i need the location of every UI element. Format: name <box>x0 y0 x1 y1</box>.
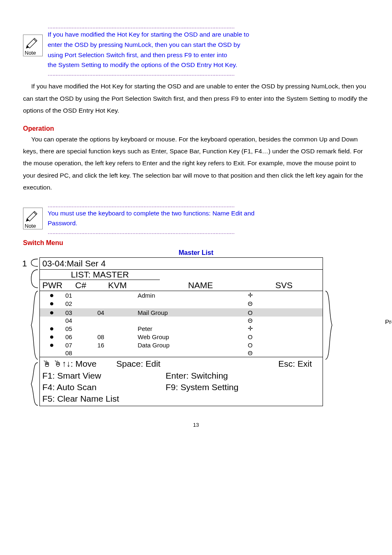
cell-svs: Ο <box>246 333 323 341</box>
brace-bot <box>30 362 39 406</box>
hint-f1: F1: Smart View <box>42 370 166 382</box>
cell-pwr: ● <box>40 333 64 341</box>
note1-l2: enter the OSD by pressing NumLock, then … <box>48 40 369 50</box>
switch-menu-heading: Switch Menu <box>23 239 369 247</box>
hint-f4: F4: Auto Scan <box>42 382 166 393</box>
note1-l3: using Port Selection Switch first, and t… <box>48 50 369 60</box>
page-number: 13 <box>23 422 369 428</box>
cell-cnum: 03 <box>64 308 96 317</box>
cell-svs: ✛ <box>246 324 323 333</box>
col-svs: SVS <box>248 280 320 290</box>
cell-pwr: ● <box>40 291 64 299</box>
table-row[interactable]: ●02Θ <box>40 299 323 308</box>
table-row[interactable]: ●05Peter✛ <box>40 324 323 333</box>
cell-svs: Θ <box>246 299 323 308</box>
cell-name <box>136 349 246 357</box>
note-icon-box: Note <box>23 208 43 229</box>
cell-name: Peter <box>136 324 246 333</box>
cell-kvm: 08 <box>96 333 136 341</box>
list-master-label: LIST: MASTER <box>40 270 160 280</box>
paragraph-1: If you have modified the Hot Key for sta… <box>23 80 369 116</box>
cell-svs: Θ <box>246 349 323 357</box>
osd-header-block: LIST: MASTER PWR C# KVM NAME SVS <box>40 270 323 291</box>
cell-kvm: 16 <box>96 341 136 349</box>
cell-name: Data Group <box>136 341 246 349</box>
cell-svs: Θ <box>246 317 323 324</box>
cell-cnum: 08 <box>64 349 96 357</box>
osd-panel: 03-04:Mail Ser 4 LIST: MASTER PWR C# KVM… <box>39 257 323 406</box>
cell-kvm <box>96 324 136 333</box>
cell-kvm <box>96 291 136 299</box>
col-name: NAME <box>153 280 248 290</box>
pencil-icon <box>25 209 41 222</box>
dotted-line: ........................................… <box>48 70 369 77</box>
col-kvm: KVM <box>108 280 153 290</box>
hint-f5: F5: Clear Name List <box>42 393 320 405</box>
table-row[interactable]: ●01Admin✛ <box>40 291 323 299</box>
osd-title: 03-04:Mail Ser 4 <box>40 258 323 270</box>
note2-l2: Password. <box>48 218 369 229</box>
paragraph-2: You can operate the options by keyboard … <box>23 133 369 194</box>
cell-pwr <box>40 317 64 324</box>
cell-kvm: 04 <box>96 308 136 317</box>
cell-cnum: 07 <box>64 341 96 349</box>
note2-l1: You must use the keyboard to complete th… <box>48 208 369 219</box>
brace-mid1 <box>30 269 39 289</box>
pencil-icon <box>25 36 41 49</box>
cell-pwr: ● <box>40 341 64 349</box>
cell-name: Admin <box>136 291 246 299</box>
hint-space: Space: Edit <box>116 358 215 370</box>
table-row[interactable]: ●0304Mail GroupΟ <box>40 308 323 317</box>
note-text-2: ........................................… <box>48 202 369 236</box>
cell-pwr: ● <box>40 308 64 317</box>
osd-table-wrap: 1 Press Enter 03-04:Mail Ser 4 LIST: MAS… <box>39 257 369 406</box>
cell-kvm <box>96 349 136 357</box>
cell-pwr: ● <box>40 324 64 333</box>
cell-cnum: 01 <box>64 291 96 299</box>
col-cnum: C# <box>75 280 108 290</box>
master-list-heading: Master List <box>23 249 369 257</box>
cell-kvm <box>96 299 136 308</box>
note-icon-box: Note <box>23 35 43 56</box>
table-row[interactable]: ●0716Data GroupΟ <box>40 341 323 349</box>
dotted-line: ........................................… <box>48 23 369 30</box>
cell-name <box>136 317 246 324</box>
cell-kvm <box>96 317 136 324</box>
press-enter-label: Press Enter <box>385 318 392 326</box>
brace-right <box>325 290 333 360</box>
table-row[interactable]: 08Θ <box>40 349 323 357</box>
dotted-line: ........................................… <box>48 229 369 235</box>
cell-svs: ✛ <box>246 291 323 299</box>
hint-enter: Enter: Switching <box>166 370 228 382</box>
cell-name: Mail Group <box>136 308 246 317</box>
table-row[interactable]: ●0608Web GroupΟ <box>40 333 323 341</box>
note-label: Note <box>25 50 36 56</box>
cell-pwr: ● <box>40 299 64 308</box>
cell-cnum: 02 <box>64 299 96 308</box>
cell-svs: Ο <box>246 308 323 317</box>
cell-name: Web Group <box>136 333 246 341</box>
note1-l4: the System Setting to modify the options… <box>48 60 369 70</box>
brace-top <box>30 258 39 267</box>
note-text-1: ........................................… <box>48 23 369 77</box>
cell-pwr <box>40 349 64 357</box>
cell-cnum: 04 <box>64 317 96 324</box>
note-block-1: Note ...................................… <box>23 23 369 77</box>
note-block-2: Note ...................................… <box>23 202 369 236</box>
callout-1: 1 <box>22 259 27 268</box>
note1-l1: If you have modified the Hot Key for sta… <box>48 30 369 40</box>
note-label: Note <box>25 223 36 229</box>
col-pwr: PWR <box>42 280 75 290</box>
cell-name <box>136 299 246 308</box>
hint-esc: Esc: Exit <box>215 358 320 370</box>
table-row[interactable]: 04Θ <box>40 317 323 324</box>
cell-svs: Ο <box>246 341 323 349</box>
hint-f9: F9: System Setting <box>166 382 238 393</box>
osd-footer: 🖱 🖰↑↓: Move Space: Edit Esc: Exit F1: Sm… <box>40 357 323 406</box>
osd-data-rows: ●01Admin✛●02Θ●0304Mail GroupΟ04Θ●05Peter… <box>40 291 323 357</box>
dotted-line: ........................................… <box>48 202 369 208</box>
brace-mid2 <box>30 290 39 360</box>
operation-heading: Operation <box>23 125 369 132</box>
cell-cnum: 05 <box>64 324 96 333</box>
hint-move: 🖱 🖰↑↓: Move <box>42 358 116 370</box>
